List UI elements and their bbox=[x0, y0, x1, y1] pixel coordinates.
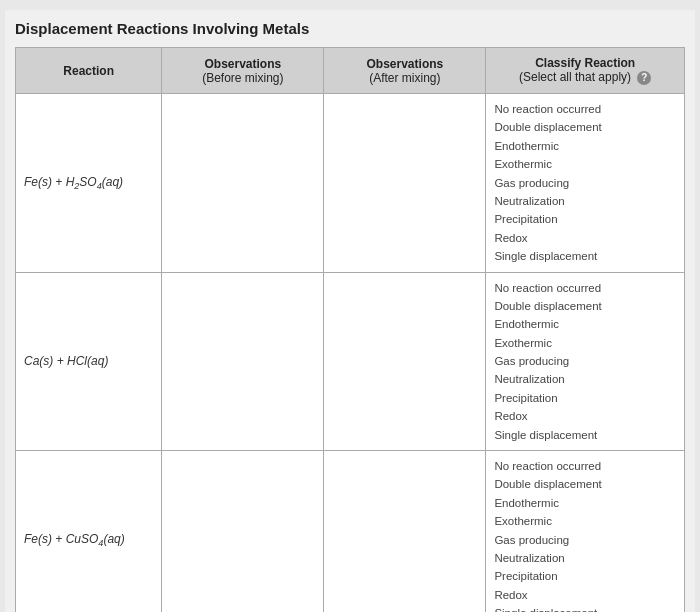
classify-option[interactable]: No reaction occurred bbox=[494, 279, 676, 297]
classify-option[interactable]: Exothermic bbox=[494, 155, 676, 173]
classify-option[interactable]: Gas producing bbox=[494, 352, 676, 370]
reactions-table: Reaction Observations(Before mixing) Obs… bbox=[15, 47, 685, 612]
obs-after-2[interactable] bbox=[324, 272, 486, 451]
col-header-classify: Classify Reaction (Select all that apply… bbox=[486, 48, 685, 94]
reaction-formula-3: Fe(s) + CuSO4(aq) bbox=[16, 451, 162, 612]
classify-option[interactable]: Single displacement bbox=[494, 604, 676, 612]
classify-option[interactable]: Precipitation bbox=[494, 210, 676, 228]
reaction-formula-1: Fe(s) + H2SO4(aq) bbox=[16, 94, 162, 273]
obs-before-2[interactable] bbox=[162, 272, 324, 451]
classify-list-1: No reaction occurred Double displacement… bbox=[494, 100, 676, 266]
classify-option[interactable]: Neutralization bbox=[494, 192, 676, 210]
classify-option[interactable]: Double displacement bbox=[494, 297, 676, 315]
table-row: Ca(s) + HCl(aq) No reaction occurred Dou… bbox=[16, 272, 685, 451]
page-title: Displacement Reactions Involving Metals bbox=[15, 20, 685, 37]
classify-option[interactable]: Double displacement bbox=[494, 118, 676, 136]
classify-option[interactable]: Gas producing bbox=[494, 174, 676, 192]
classify-option[interactable]: No reaction occurred bbox=[494, 100, 676, 118]
obs-before-1[interactable] bbox=[162, 94, 324, 273]
reaction-formula-2: Ca(s) + HCl(aq) bbox=[16, 272, 162, 451]
classify-option[interactable]: Exothermic bbox=[494, 512, 676, 530]
col-header-obs-before: Observations(Before mixing) bbox=[162, 48, 324, 94]
classify-option[interactable]: Precipitation bbox=[494, 389, 676, 407]
classify-list-3: No reaction occurred Double displacement… bbox=[494, 457, 676, 612]
classify-option[interactable]: Precipitation bbox=[494, 567, 676, 585]
classify-option[interactable]: Gas producing bbox=[494, 531, 676, 549]
classify-cell-2: No reaction occurred Double displacement… bbox=[486, 272, 685, 451]
classify-option[interactable]: Endothermic bbox=[494, 315, 676, 333]
classify-option[interactable]: Exothermic bbox=[494, 334, 676, 352]
page-container: Displacement Reactions Involving Metals … bbox=[5, 10, 695, 612]
col-header-obs-after: Observations(After mixing) bbox=[324, 48, 486, 94]
classify-option[interactable]: Endothermic bbox=[494, 494, 676, 512]
classify-option[interactable]: Neutralization bbox=[494, 549, 676, 567]
classify-option[interactable]: Single displacement bbox=[494, 426, 676, 444]
obs-after-3[interactable] bbox=[324, 451, 486, 612]
help-icon[interactable]: ? bbox=[637, 71, 651, 85]
classify-option[interactable]: Redox bbox=[494, 229, 676, 247]
classify-option[interactable]: No reaction occurred bbox=[494, 457, 676, 475]
col-header-reaction: Reaction bbox=[16, 48, 162, 94]
table-row: Fe(s) + H2SO4(aq) No reaction occurred D… bbox=[16, 94, 685, 273]
classify-option[interactable]: Endothermic bbox=[494, 137, 676, 155]
obs-before-3[interactable] bbox=[162, 451, 324, 612]
obs-after-1[interactable] bbox=[324, 94, 486, 273]
classify-option[interactable]: Single displacement bbox=[494, 247, 676, 265]
classify-option[interactable]: Redox bbox=[494, 586, 676, 604]
classify-option[interactable]: Redox bbox=[494, 407, 676, 425]
table-row: Fe(s) + CuSO4(aq) No reaction occurred D… bbox=[16, 451, 685, 612]
classify-list-2: No reaction occurred Double displacement… bbox=[494, 279, 676, 445]
classify-cell-1: No reaction occurred Double displacement… bbox=[486, 94, 685, 273]
classify-cell-3: No reaction occurred Double displacement… bbox=[486, 451, 685, 612]
classify-option[interactable]: Double displacement bbox=[494, 475, 676, 493]
classify-option[interactable]: Neutralization bbox=[494, 370, 676, 388]
